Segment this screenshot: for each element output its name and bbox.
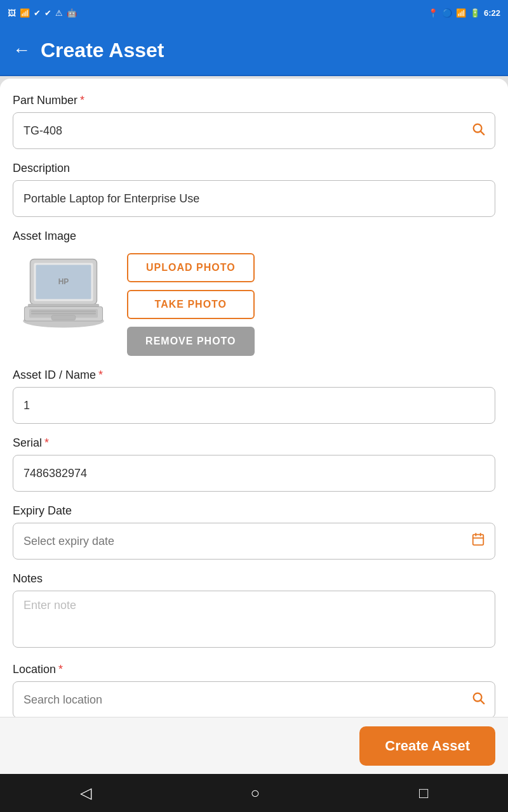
status-right-icons: 📍 🔵 📶 🔋 6:22 [428,8,500,18]
notes-label: Notes [13,572,495,586]
home-nav-button[interactable]: ○ [232,779,279,807]
status-bar: 🖼 📶 ✔ ✔ ⚠ 🤖 📍 🔵 📶 🔋 6:22 [0,0,508,25]
notes-input[interactable] [13,591,495,648]
description-group: Description [13,162,495,217]
serial-input[interactable] [13,455,495,492]
svg-rect-12 [51,315,76,320]
take-photo-button[interactable]: TAKE PHOTO [127,290,255,319]
asset-image-label: Asset Image [13,230,495,243]
location-input-wrapper [13,681,495,718]
nav-bar: ◁ ○ □ [0,774,508,812]
clock: 6:22 [484,8,500,18]
description-input[interactable] [13,180,495,217]
wifi-icon: 📶 [20,8,30,18]
back-nav-button[interactable]: ◁ [61,779,110,807]
expiry-date-group: Expiry Date [13,504,495,560]
svg-line-1 [481,131,484,134]
page-title: Create Asset [41,39,164,62]
calendar-icon [471,532,485,550]
expiry-date-input-wrapper [13,523,495,560]
svg-rect-6 [28,304,100,307]
svg-rect-10 [31,311,96,312]
serial-group: Serial* [13,436,495,492]
alert-icon: ⚠ [55,8,63,18]
expiry-date-label: Expiry Date [13,504,495,518]
svg-rect-11 [31,313,96,314]
location-icon: 📍 [428,8,438,18]
location-group: Location* [13,663,495,718]
location-search-icon [471,691,485,709]
bottom-bar: Create Asset [0,717,508,774]
status-left-icons: 🖼 📶 ✔ ✔ ⚠ 🤖 [8,8,77,18]
part-number-input[interactable] [13,112,495,149]
location-input[interactable] [13,681,495,718]
svg-text:HP: HP [58,277,69,286]
app-bar: ← Create Asset [0,25,508,76]
expiry-date-input[interactable] [13,523,495,560]
description-label: Description [13,162,495,175]
content-area: Part Number* Description Asset Image [0,79,508,812]
image-icon: 🖼 [8,8,16,18]
battery-icon: 🔋 [470,8,480,18]
check-icon-2: ✔ [44,8,51,18]
asset-id-group: Asset ID / Name* [13,369,495,424]
asset-image-section: HP UPLOAD PHOTO TAKE PHOTO [13,248,495,356]
laptop-image: HP [16,254,111,331]
serial-label: Serial* [13,436,495,450]
back-button[interactable]: ← [13,40,30,60]
recents-nav-button[interactable]: □ [400,779,448,807]
check-icon-1: ✔ [34,8,41,18]
asset-image-group: Asset Image HP [13,230,495,356]
svg-rect-13 [473,535,484,546]
signal-icon: 📶 [456,8,466,18]
android-icon: 🤖 [67,8,77,18]
part-number-group: Part Number* [13,94,495,149]
part-number-input-wrapper [13,112,495,149]
bluetooth-icon: 🔵 [442,8,452,18]
svg-line-18 [481,700,484,704]
upload-photo-button[interactable]: UPLOAD PHOTO [127,253,255,282]
location-label: Location* [13,663,495,676]
search-icon [471,122,485,140]
part-number-label: Part Number* [13,94,495,107]
asset-id-input[interactable] [13,387,495,424]
photo-buttons: UPLOAD PHOTO TAKE PHOTO REMOVE PHOTO [127,253,255,356]
notes-group: Notes [13,572,495,650]
asset-id-label: Asset ID / Name* [13,369,495,382]
create-asset-button[interactable]: Create Asset [359,726,495,766]
remove-photo-button[interactable]: REMOVE PHOTO [127,327,255,356]
asset-image-preview: HP [13,248,114,337]
